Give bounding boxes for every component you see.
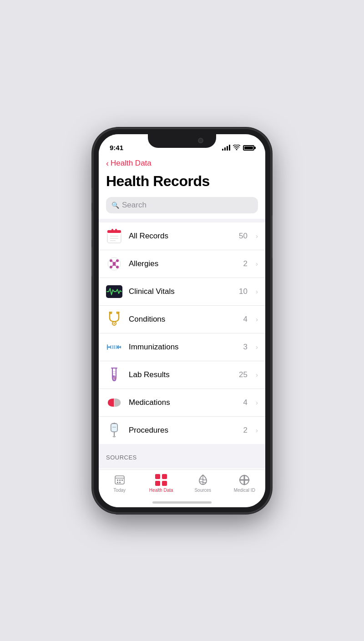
all-records-count: 50	[239, 232, 248, 241]
svg-rect-55	[162, 481, 167, 486]
sources-header: SOURCES	[99, 444, 265, 465]
all-records-label: All Records	[129, 232, 233, 241]
conditions-icon	[106, 311, 122, 328]
svg-rect-48	[119, 479, 121, 481]
immunizations-count: 3	[243, 343, 248, 352]
screen: 9:41	[99, 134, 265, 507]
page-title: Health Records	[106, 173, 258, 190]
medications-icon	[106, 394, 122, 411]
lab-results-icon	[106, 367, 122, 383]
lab-results-count: 25	[239, 370, 248, 379]
svg-rect-47	[117, 479, 118, 481]
list-item-immunizations[interactable]: Immunizations 3 ›	[99, 333, 265, 361]
list-item-all-records[interactable]: All Records 50 ›	[99, 222, 265, 250]
svg-rect-27	[111, 345, 116, 349]
svg-rect-49	[121, 479, 123, 481]
svg-rect-54	[155, 481, 160, 486]
tab-today[interactable]: Today	[99, 474, 141, 493]
health-data-tab-label: Health Data	[149, 488, 173, 493]
back-label[interactable]: Health Data	[111, 159, 152, 168]
content-area[interactable]: ‹ Health Data Health Records 🔍 Search	[99, 154, 265, 469]
svg-point-14	[116, 266, 119, 268]
search-section: 🔍 Search	[99, 197, 265, 219]
today-tab-label: Today	[113, 488, 126, 493]
immunizations-label: Immunizations	[129, 343, 237, 352]
svg-rect-50	[117, 482, 118, 483]
sources-tab-label: Sources	[194, 488, 211, 493]
list-item-allergies[interactable]: Allergies 2 ›	[99, 250, 265, 278]
back-navigation[interactable]: ‹ Health Data	[99, 154, 265, 171]
medications-label: Medications	[129, 398, 237, 407]
svg-point-13	[110, 266, 112, 268]
sources-icon	[197, 474, 209, 486]
lab-results-label: Lab Results	[129, 370, 233, 379]
list-item-clinical-vitals[interactable]: Clinical Vitals 10 ›	[99, 278, 265, 306]
allergies-chevron-icon: ›	[256, 260, 258, 268]
immunizations-icon	[106, 339, 122, 355]
home-indicator	[152, 501, 212, 504]
clinical-vitals-count: 10	[239, 287, 248, 296]
svg-point-24	[114, 323, 115, 324]
phone-wrapper: 9:41	[93, 129, 271, 513]
procedures-chevron-icon: ›	[256, 426, 258, 434]
svg-point-36	[115, 377, 116, 379]
procedures-count: 2	[243, 426, 248, 435]
medical-id-tab-label: Medical ID	[234, 488, 255, 493]
mute-button[interactable]	[91, 188, 93, 203]
search-icon: 🔍	[111, 202, 119, 209]
volume-down-button[interactable]	[91, 247, 93, 277]
records-list: All Records 50 ›	[99, 222, 265, 444]
list-item-conditions[interactable]: Conditions 4 ›	[99, 306, 265, 333]
immunizations-chevron-icon: ›	[256, 343, 258, 351]
list-item-lab-results[interactable]: Lab Results 25 ›	[99, 361, 265, 389]
volume-up-button[interactable]	[91, 211, 93, 240]
today-icon	[113, 474, 126, 486]
all-records-chevron-icon: ›	[256, 232, 258, 240]
procedures-icon	[106, 422, 122, 439]
notch	[148, 134, 216, 148]
tab-medical-id[interactable]: Medical ID	[224, 474, 266, 493]
clinical-vitals-icon	[106, 283, 122, 300]
svg-rect-40	[111, 424, 117, 432]
svg-point-11	[110, 259, 112, 262]
svg-point-35	[113, 376, 115, 377]
conditions-chevron-icon: ›	[256, 315, 258, 323]
search-bar[interactable]: 🔍 Search	[106, 197, 258, 213]
medications-count: 4	[243, 398, 248, 407]
allergies-count: 2	[243, 259, 248, 268]
svg-rect-3	[107, 230, 121, 233]
allergies-label: Allergies	[129, 259, 237, 268]
medical-id-icon	[238, 474, 251, 486]
tab-health-data[interactable]: Health Data	[141, 474, 182, 493]
list-item-procedures[interactable]: Procedures 2 ›	[99, 417, 265, 444]
svg-rect-51	[119, 482, 121, 483]
clinical-vitals-label: Clinical Vitals	[129, 287, 233, 296]
conditions-label: Conditions	[129, 315, 237, 324]
medications-chevron-icon: ›	[256, 399, 258, 406]
procedures-label: Procedures	[129, 426, 237, 435]
svg-rect-8	[115, 229, 117, 232]
sources-section-label: SOURCES	[106, 454, 137, 461]
svg-rect-52	[155, 474, 160, 479]
svg-point-10	[113, 262, 116, 265]
tab-sources[interactable]: Sources	[182, 474, 224, 493]
search-placeholder: Search	[122, 201, 147, 210]
camera	[198, 138, 203, 143]
phone-body: 9:41	[93, 129, 271, 513]
svg-rect-7	[111, 229, 113, 232]
clinical-vitals-chevron-icon: ›	[256, 288, 258, 295]
list-item-medications[interactable]: Medications 4 ›	[99, 389, 265, 417]
allergies-icon	[106, 256, 122, 272]
lab-results-chevron-icon: ›	[256, 371, 258, 379]
power-button[interactable]	[271, 215, 273, 258]
conditions-count: 4	[243, 315, 248, 324]
battery-icon	[243, 145, 254, 151]
health-data-icon	[155, 474, 167, 486]
page-title-section: Health Records	[99, 171, 265, 197]
svg-point-12	[116, 259, 119, 262]
wifi-icon	[233, 145, 240, 151]
status-icons	[222, 145, 254, 151]
signal-icon	[222, 145, 230, 151]
all-records-icon	[106, 228, 122, 244]
svg-rect-53	[162, 474, 167, 479]
